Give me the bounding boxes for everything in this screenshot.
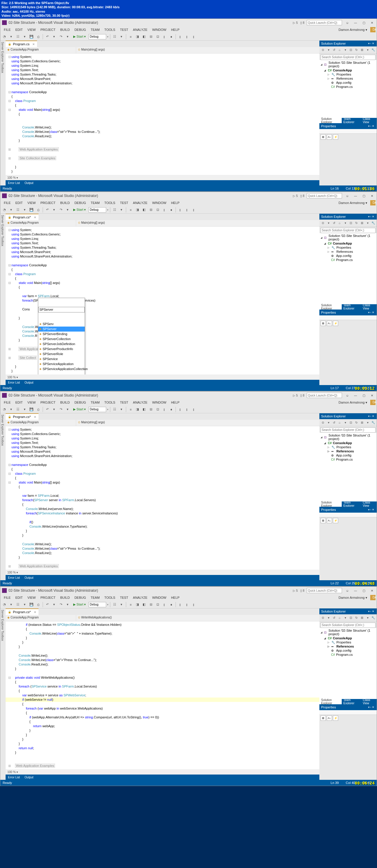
nav-method-dropdown[interactable]: ⊙Main(string[] args) [76,47,319,53]
tab-error-list[interactable]: Error List [6,576,22,579]
nav-method-dropdown[interactable]: ⊙WriteWebApplications() [76,615,319,621]
menu-analyze[interactable]: ANALYZE [130,596,150,599]
intellisense-item[interactable]: ◆SPServiceApplication [38,362,85,367]
se-toolbar-button[interactable]: ▾ [365,220,370,226]
menu-file[interactable]: FILE [1,28,13,31]
menu-team[interactable]: TEAM [88,201,102,205]
notification-flag[interactable]: ▯ 8 [300,194,304,197]
menu-team[interactable]: TEAM [88,401,102,404]
panel-tab[interactable]: Team Explorer [342,304,361,310]
props-button[interactable]: A↓ [327,321,332,326]
toolbar-button[interactable]: ▾ [8,34,14,40]
nav-class-dropdown[interactable]: ◆ConsoleApp.Program [6,220,76,226]
minimize-button[interactable]: — [353,20,358,25]
user-menu[interactable]: Damon Armstrong ▾ [336,28,369,32]
props-button[interactable]: ⊞ [321,321,326,326]
panel-dropdown-icon[interactable]: ▾ ▫ ✕ [368,610,375,613]
panel-tab[interactable]: Class View [361,117,377,124]
code-editor[interactable]: ⊟using System;using System.Collections.G… [6,426,319,570]
panel-tab[interactable]: Team Explorer [342,501,361,507]
notification-flag[interactable]: ▷ 5 [293,394,298,397]
tree-project[interactable]: ◢C#ConsoleApp [319,636,377,640]
toolbar-button[interactable]: ▾ [118,602,124,608]
toolbar-button[interactable]: ⫿ [162,406,167,412]
panel-tab[interactable]: Team Explorer [342,117,361,124]
toolbar-button[interactable]: ↷ [58,207,64,213]
toolbar-button[interactable]: ≡ [127,406,134,412]
tree-project[interactable]: ◢C#ConsoleApp [319,241,377,245]
menu-test[interactable]: TEST [118,201,130,205]
toolbar-button[interactable]: 💾 [29,602,34,608]
toolbar-button[interactable]: ☷ [112,34,118,40]
nav-class-dropdown[interactable]: ◆ConsoleApp.Program [6,420,76,426]
left-rail[interactable]: Server Explorer Toolbox [0,413,6,580]
menu-build[interactable]: BUILD [58,28,72,31]
menu-edit[interactable]: EDIT [13,596,25,599]
panel-dropdown-icon[interactable]: ▾ ▫ ✕ [368,125,375,128]
se-toolbar-button[interactable]: ▾ [365,47,370,53]
toolbar-button[interactable]: ↶ [45,406,50,412]
toolbar-button[interactable]: ▾ [65,34,70,40]
menu-help[interactable]: HELP [169,201,182,205]
se-toolbar-button[interactable]: ▾ [365,420,370,425]
panel-tab[interactable]: Solution Explorer [319,501,342,507]
toolbar-button[interactable]: ⫿ [184,602,190,608]
intellisense-item[interactable]: ◆SPServerRole [38,351,85,356]
menu-edit[interactable]: EDIT [13,401,25,404]
se-toolbar-button[interactable]: ▾ [365,615,370,620]
toolbar-button[interactable]: ⫿ [177,207,183,213]
se-toolbar-button[interactable]: ⊙ [321,220,325,226]
tab-close-icon[interactable]: ✕ [32,42,35,46]
toolbar-button[interactable]: ≡ [127,602,134,608]
se-toolbar-button[interactable]: 🔧 [371,47,376,53]
panel-dropdown-icon[interactable]: ▾ ▫ ✕ [368,415,375,418]
toolbar-button[interactable]: ◧ [141,406,147,412]
panel-tab[interactable]: Solution Explorer [319,117,342,124]
toolbar-button[interactable]: ▾ [51,602,57,608]
toolbar-button[interactable]: ↶ [45,34,50,40]
feedback-icon[interactable]: ☺ [344,20,350,25]
notification-flag[interactable]: ▯ 8 [300,394,304,397]
toolbar-button[interactable]: ↶ [45,207,50,213]
panel-tab[interactable]: Class View [361,699,377,705]
close-button[interactable]: ✕ [369,193,375,198]
menu-debug[interactable]: DEBUG [72,201,88,205]
toolbar-button[interactable]: ⫿ [177,34,183,40]
feedback-icon[interactable]: ☺ [344,393,350,398]
toolbar-button[interactable]: ⫿ [191,207,197,213]
toolbar-button[interactable]: ⊡ [155,602,161,608]
maximize-button[interactable]: ▢ [361,193,367,198]
se-toolbar-button[interactable]: ⊞ [360,420,365,425]
toolbar-button[interactable]: ▾ [51,406,57,412]
menu-tools[interactable]: TOOLS [102,596,118,599]
tree-references[interactable]: ▷▪▪References [319,250,377,254]
tree-project[interactable]: ◢C#ConsoleApp [319,68,377,72]
notification-flag[interactable]: ▷ 5 [293,589,298,592]
tree-solution[interactable]: ◢⊡Solution '02-Site Structure' (1 projec… [319,433,377,441]
user-avatar[interactable]: DA [370,595,376,600]
menu-build[interactable]: BUILD [58,596,72,599]
toolbar-button[interactable]: ◧ [141,34,147,40]
menu-view[interactable]: VIEW [25,401,38,404]
se-toolbar-button[interactable]: ⊞ [360,220,365,226]
menu-file[interactable]: FILE [1,596,13,599]
menu-help[interactable]: HELP [169,401,182,404]
left-rail[interactable]: Server Explorer Toolbox [0,609,6,780]
left-rail[interactable]: Server Explorer Toolbox [0,40,6,185]
toolbar-button[interactable]: ◧ [141,207,147,213]
menu-project[interactable]: PROJECT [38,201,58,205]
editor-zoom[interactable]: 100 % ▾ [6,175,319,180]
nav-method-dropdown[interactable]: ⊙Main(string[] args) [76,420,319,426]
panel-tab[interactable]: Class View [361,501,377,507]
menu-window[interactable]: WINDOW [150,401,169,404]
toolbar-button[interactable]: ↶ [45,602,50,608]
menu-project[interactable]: PROJECT [38,28,58,31]
close-button[interactable]: ✕ [369,393,375,398]
start-button[interactable]: ▶ Start ▾ [71,407,88,411]
toolbar-button[interactable]: ◔ [1,34,7,40]
props-button[interactable]: ⚡ [333,321,338,326]
toolbar-button[interactable]: ⎙ [35,602,41,608]
toolbar-button[interactable]: ∎ [168,207,174,213]
menu-help[interactable]: HELP [169,596,182,599]
se-toolbar-button[interactable]: ▾ [343,420,348,425]
